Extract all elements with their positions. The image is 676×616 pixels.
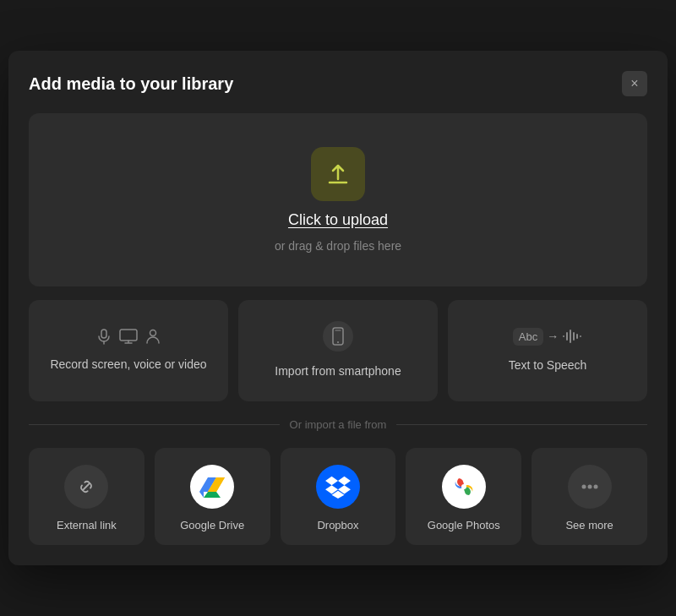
google-drive-icon — [199, 475, 225, 499]
google-drive-label: Google Drive — [180, 519, 244, 532]
see-more-label: See more — [565, 519, 613, 532]
svg-point-13 — [461, 484, 466, 489]
upload-icon — [324, 161, 352, 188]
dropbox-label: Dropbox — [317, 519, 358, 532]
see-more-icon-wrap — [568, 465, 612, 509]
more-dots-icon — [576, 473, 603, 500]
tts-card-label: Text to Speech — [509, 357, 587, 374]
modal-title: Add media to your library — [29, 74, 233, 94]
screen-icon — [119, 328, 138, 345]
smartphone-icon-wrap — [323, 321, 353, 352]
svg-rect-2 — [120, 330, 137, 341]
google-drive-icon-wrap — [190, 465, 234, 509]
tts-arrow-icon: → — [547, 330, 559, 343]
divider-right — [396, 424, 647, 425]
google-photos-card[interactable]: Google Photos — [406, 448, 521, 545]
external-link-icon-wrap — [64, 465, 108, 509]
import-sources-row: External link Google Drive — [29, 448, 647, 545]
upload-icon-wrap — [311, 147, 365, 201]
svg-rect-0 — [101, 330, 106, 338]
google-photos-icon-wrap — [442, 465, 486, 509]
smartphone-icon — [329, 327, 347, 346]
google-photos-icon — [450, 473, 477, 500]
external-link-card[interactable]: External link — [29, 448, 144, 545]
divider-left — [29, 424, 280, 425]
upload-link[interactable]: Click to upload — [288, 211, 388, 229]
add-media-modal: Add media to your library × Click to upl… — [8, 51, 668, 565]
svg-point-14 — [581, 485, 586, 489]
smartphone-card-label: Import from smartphone — [275, 363, 401, 380]
divider-text: Or import a file from — [290, 418, 387, 431]
google-photos-label: Google Photos — [428, 519, 500, 532]
svg-point-16 — [593, 485, 597, 489]
close-button[interactable]: × — [622, 71, 647, 96]
divider-row: Or import a file from — [29, 418, 647, 431]
tts-card[interactable]: Abc → Text to Speech — [448, 300, 647, 401]
record-card-label: Record screen, voice or video — [50, 357, 206, 373]
upload-sub-text: or drag & drop files here — [275, 239, 401, 253]
svg-point-5 — [337, 341, 339, 343]
dropbox-icon — [325, 475, 351, 499]
tts-wave-icon — [562, 328, 582, 345]
mic-icon — [95, 328, 112, 345]
record-icons — [95, 328, 161, 345]
svg-point-15 — [587, 485, 592, 489]
dropbox-icon-wrap — [316, 465, 360, 509]
svg-point-3 — [150, 330, 156, 336]
tts-abc: Abc — [513, 328, 543, 346]
upload-area[interactable]: Click to upload or drag & drop files her… — [29, 113, 647, 286]
link-icon — [75, 476, 97, 498]
record-card[interactable]: Record screen, voice or video — [29, 300, 228, 401]
smartphone-card[interactable]: Import from smartphone — [238, 300, 438, 401]
see-more-card[interactable]: See more — [532, 448, 647, 545]
external-link-label: External link — [57, 519, 117, 532]
google-drive-card[interactable]: Google Drive — [155, 448, 270, 545]
action-cards-row: Record screen, voice or video Import fro… — [29, 300, 647, 401]
tts-icons: Abc → — [513, 328, 582, 346]
modal-header: Add media to your library × — [29, 71, 647, 96]
person-icon — [144, 328, 161, 345]
dropbox-card[interactable]: Dropbox — [281, 448, 396, 545]
